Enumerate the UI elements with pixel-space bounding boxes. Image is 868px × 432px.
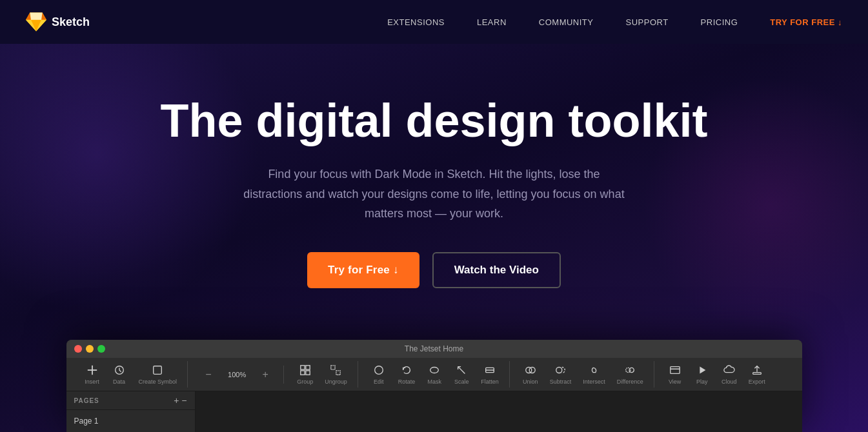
toolbar-group-arrange: Group Ungroup <box>287 361 358 388</box>
ungroup-tool[interactable]: Ungroup <box>319 361 352 388</box>
app-titlebar: The Jetset Home <box>66 340 802 358</box>
intersect-label: Intersect <box>583 378 605 385</box>
view-label: View <box>669 378 681 385</box>
create-symbol-icon <box>151 364 164 377</box>
svg-rect-8 <box>331 366 335 369</box>
mask-icon <box>428 364 441 377</box>
nav-try-free[interactable]: TRY FOR FREE ↓ <box>770 17 842 27</box>
svg-rect-1 <box>87 369 96 371</box>
hero-subtitle: Find your focus with Dark Mode in Sketch… <box>241 164 628 224</box>
union-label: Union <box>523 378 538 385</box>
svg-rect-4 <box>300 366 304 369</box>
play-tool[interactable]: Play <box>689 361 715 388</box>
group-icon <box>299 364 312 377</box>
pages-panel-title: PAGES <box>74 397 99 404</box>
difference-tool[interactable]: Difference <box>612 361 649 388</box>
watch-video-button[interactable]: Watch the Video <box>432 252 561 288</box>
hero-section: The digital design toolkit Find your foc… <box>0 44 868 432</box>
zoom-level[interactable]: 100% <box>223 368 251 381</box>
export-icon <box>751 364 763 377</box>
nav-community[interactable]: COMMUNITY <box>539 17 594 27</box>
scale-label: Scale <box>454 378 469 385</box>
scale-tool[interactable]: Scale <box>449 361 474 388</box>
union-tool[interactable]: Union <box>518 361 543 388</box>
export-tool[interactable]: Export <box>743 361 771 388</box>
app-main: PAGES + − Page 1 <box>66 391 802 432</box>
insert-label: Insert <box>85 378 99 385</box>
nav-links: EXTENSIONS LEARN COMMUNITY SUPPORT PRICI… <box>387 16 842 28</box>
svg-rect-6 <box>300 371 304 375</box>
union-icon <box>524 364 537 377</box>
group-tool[interactable]: Group <box>292 361 318 388</box>
zoom-in-tool[interactable]: + <box>252 366 278 384</box>
view-icon <box>669 364 681 377</box>
zoom-label: 100% <box>228 371 246 378</box>
view-tool[interactable]: View <box>662 361 688 388</box>
window-title: The Jetset Home <box>405 344 463 353</box>
close-button[interactable] <box>74 345 82 353</box>
try-free-button[interactable]: Try for Free ↓ <box>307 252 419 288</box>
pages-panel-controls: + − <box>174 395 187 406</box>
page-1-item[interactable]: Page 1 <box>66 413 195 429</box>
svg-rect-19 <box>670 367 679 374</box>
subtract-icon <box>554 364 567 377</box>
nav-learn[interactable]: LEARN <box>477 17 507 27</box>
insert-icon <box>86 364 99 377</box>
difference-label: Difference <box>617 378 643 385</box>
canvas-area[interactable] <box>196 391 802 432</box>
app-toolbar: Insert Data Create Symbol − <box>66 358 802 391</box>
app-mockup: The Jetset Home Insert Data <box>66 340 802 432</box>
svg-rect-3 <box>154 366 162 375</box>
toolbar-group-view: View Play Cloud <box>657 361 776 388</box>
ungroup-label: Ungroup <box>325 378 347 385</box>
pages-panel: PAGES + − Page 1 <box>66 391 196 432</box>
toolbar-group-boolean: Union Subtract Intersect <box>512 361 654 388</box>
cloud-icon <box>723 364 736 377</box>
rotate-icon <box>400 364 413 377</box>
intersect-tool[interactable]: Intersect <box>578 361 611 388</box>
collapse-pages-button[interactable]: − <box>181 395 187 406</box>
edit-tool[interactable]: Edit <box>366 361 392 388</box>
nav-extensions[interactable]: EXTENSIONS <box>387 17 445 27</box>
maximize-button[interactable] <box>97 345 105 353</box>
subtract-label: Subtract <box>550 378 572 385</box>
pages-list: Page 1 <box>66 410 195 432</box>
scale-icon <box>455 364 468 377</box>
cloud-tool[interactable]: Cloud <box>716 361 742 388</box>
zoom-in-icon: + <box>259 368 272 381</box>
data-icon <box>113 364 126 377</box>
svg-rect-5 <box>306 366 310 369</box>
flatten-icon <box>483 364 496 377</box>
data-tool[interactable]: Data <box>106 361 132 388</box>
sketch-logo-icon <box>26 12 46 32</box>
nav-support[interactable]: SUPPORT <box>625 17 668 27</box>
zoom-out-tool[interactable]: − <box>196 366 221 384</box>
add-page-button[interactable]: + <box>174 395 179 406</box>
play-icon <box>696 364 709 377</box>
mask-tool[interactable]: Mask <box>421 361 447 388</box>
subtract-tool[interactable]: Subtract <box>545 361 577 388</box>
flatten-tool[interactable]: Flatten <box>476 361 504 388</box>
zoom-out-icon: − <box>202 368 215 381</box>
flatten-label: Flatten <box>481 378 499 385</box>
data-label: Data <box>113 378 125 385</box>
mask-label: Mask <box>427 378 441 385</box>
nav-pricing[interactable]: PRICING <box>701 17 738 27</box>
toolbar-group-insert: Insert Data Create Symbol <box>74 361 188 388</box>
toolbar-group-zoom: − 100% + <box>190 366 284 384</box>
minimize-button[interactable] <box>86 345 94 353</box>
insert-tool[interactable]: Insert <box>79 361 105 388</box>
rotate-label: Rotate <box>398 378 416 385</box>
logo-text: Sketch <box>52 15 90 29</box>
window-controls <box>74 345 105 353</box>
intersect-icon <box>588 364 601 377</box>
svg-rect-7 <box>306 371 310 375</box>
export-label: Export <box>749 378 765 385</box>
logo-link[interactable]: Sketch <box>26 12 90 32</box>
pages-panel-header: PAGES + − <box>66 391 195 410</box>
hero-title: The digital design toolkit <box>160 95 707 146</box>
rotate-tool[interactable]: Rotate <box>393 361 421 388</box>
svg-marker-21 <box>700 367 705 374</box>
create-symbol-tool[interactable]: Create Symbol <box>134 361 183 388</box>
play-label: Play <box>696 378 708 385</box>
